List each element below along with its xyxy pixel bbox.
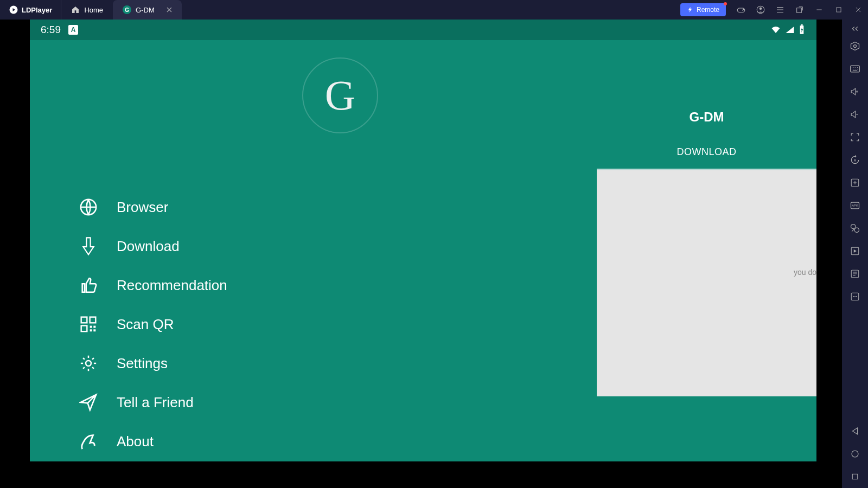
ldplayer-logo-icon: [9, 5, 18, 15]
minimize-icon[interactable]: [809, 0, 829, 20]
signal-icon: [785, 25, 795, 35]
more-icon[interactable]: [842, 285, 868, 308]
svg-point-2: [742, 10, 743, 11]
g-letter-icon: G: [325, 71, 355, 120]
sync-icon[interactable]: A: [842, 149, 868, 171]
svg-point-33: [852, 451, 858, 457]
popout-icon[interactable]: [790, 0, 809, 20]
operation-record-icon[interactable]: [842, 262, 868, 285]
gamepad-icon[interactable]: [731, 0, 751, 20]
remote-button[interactable]: Remote: [680, 3, 726, 16]
wifi-icon: [770, 25, 782, 35]
panel-tab-download[interactable]: DOWNLOAD: [597, 146, 816, 158]
android-screen: 6:59 A G Browse: [30, 20, 816, 461]
app-content: G Browser Download: [30, 40, 816, 461]
menu-item-download[interactable]: Download: [79, 227, 227, 266]
multi-instance-icon[interactable]: [842, 171, 868, 194]
svg-point-25: [851, 224, 856, 229]
settings-icon[interactable]: [842, 35, 868, 57]
menu-item-label: Download: [117, 238, 180, 255]
right-panel: G-DM DOWNLOAD you do: [597, 40, 816, 461]
close-tab-icon[interactable]: [167, 7, 172, 12]
send-icon: [79, 393, 98, 412]
gdm-tab-icon: G: [123, 5, 131, 14]
menu-item-scanqr[interactable]: Scan QR: [79, 305, 227, 344]
emulator-viewport: 6:59 A G Browse: [0, 20, 842, 488]
remote-label: Remote: [697, 6, 719, 14]
svg-point-5: [760, 8, 762, 10]
volume-down-icon[interactable]: [842, 103, 868, 126]
status-a-badge: A: [68, 25, 78, 35]
menu-item-browser[interactable]: Browser: [79, 188, 227, 227]
svg-rect-6: [797, 8, 802, 13]
menu-item-about[interactable]: About: [79, 422, 227, 461]
record-icon[interactable]: [842, 240, 868, 262]
svg-rect-20: [851, 66, 860, 72]
install-apk-icon[interactable]: APK: [842, 194, 868, 217]
topbar: LDPlayer Home G G-DM Remote: [0, 0, 868, 20]
about-icon: [79, 432, 98, 451]
status-time: 6:59: [41, 24, 61, 36]
svg-rect-34: [852, 474, 857, 479]
svg-rect-15: [93, 326, 95, 328]
download-pane: you do: [597, 169, 816, 396]
svg-rect-13: [81, 326, 87, 332]
svg-rect-17: [93, 329, 95, 331]
emulator-toolbar: A APK: [842, 20, 868, 488]
svg-point-32: [856, 296, 857, 297]
android-recent-icon[interactable]: [842, 465, 868, 488]
keyboard-icon[interactable]: [842, 57, 868, 80]
menu-item-tellafriend[interactable]: Tell a Friend: [79, 383, 227, 422]
fullscreen-icon[interactable]: [842, 126, 868, 149]
menu-item-settings[interactable]: Settings: [79, 344, 227, 383]
svg-rect-16: [90, 329, 92, 331]
qr-icon: [79, 314, 98, 334]
window-controls: [731, 0, 868, 20]
volume-up-icon[interactable]: [842, 80, 868, 103]
svg-rect-11: [81, 317, 87, 323]
profile-icon[interactable]: [751, 0, 770, 20]
svg-point-19: [854, 45, 857, 48]
app-logo: G: [302, 57, 378, 133]
gear-icon: [79, 354, 98, 373]
tab-home[interactable]: Home: [61, 0, 113, 20]
download-icon: [79, 236, 98, 256]
tab-gdm[interactable]: G G-DM: [113, 0, 182, 20]
panel-title: G-DM: [597, 110, 816, 125]
main-area: 6:59 A G Browse: [0, 20, 868, 488]
screenshot-icon[interactable]: [842, 217, 868, 240]
close-window-icon[interactable]: [848, 0, 868, 20]
menu-item-label: Tell a Friend: [117, 394, 194, 411]
tab-home-label: Home: [84, 6, 103, 14]
lightning-icon: [687, 7, 693, 13]
navigation-menu: Browser Download Recommendation: [79, 188, 227, 461]
tab-gdm-label: G-DM: [136, 6, 155, 14]
menu-icon[interactable]: [770, 0, 790, 20]
svg-point-18: [86, 361, 91, 366]
collapse-toolbar-icon[interactable]: [842, 23, 868, 35]
truncated-text: you do: [794, 268, 816, 277]
globe-icon: [79, 197, 98, 217]
menu-item-label: Scan QR: [117, 316, 174, 333]
battery-icon: [798, 24, 806, 35]
android-back-icon[interactable]: [842, 420, 868, 442]
android-home-icon[interactable]: [842, 442, 868, 465]
maximize-icon[interactable]: [829, 0, 848, 20]
android-status-bar: 6:59 A: [30, 20, 816, 40]
svg-rect-12: [90, 317, 96, 323]
brand-area: LDPlayer: [0, 0, 61, 20]
menu-item-label: About: [117, 433, 154, 450]
home-icon: [71, 5, 80, 14]
svg-point-3: [743, 9, 744, 10]
svg-point-31: [854, 296, 856, 297]
svg-rect-1: [737, 8, 745, 12]
menu-item-label: Settings: [117, 355, 168, 372]
svg-point-26: [854, 228, 859, 232]
brand-text: LDPlayer: [22, 6, 52, 14]
thumbs-up-icon: [79, 275, 98, 295]
menu-item-recommendation[interactable]: Recommendation: [79, 266, 227, 305]
svg-point-30: [853, 296, 854, 297]
svg-text:A: A: [854, 158, 857, 162]
menu-item-label: Browser: [117, 199, 168, 216]
svg-text:APK: APK: [852, 204, 858, 208]
